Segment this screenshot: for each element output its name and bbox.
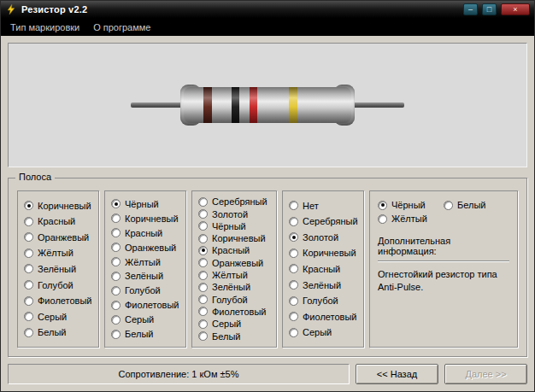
radio-option[interactable]: Голубой [289,295,357,306]
radio-option[interactable]: Зелёный [111,271,179,281]
menu-item-marking-type[interactable]: Тип маркировки [6,20,84,34]
radio-icon [289,249,298,258]
window-title: Резистор v2.2 [21,4,459,15]
radio-option[interactable]: Золотой [289,232,357,243]
radio-option[interactable]: Чёрный [378,198,444,212]
radio-option[interactable]: Чёрный [111,199,179,209]
radio-option[interactable]: Зелёный [289,280,357,290]
radio-label: Серый [38,312,67,322]
radio-option[interactable]: Жёлтый [24,248,92,258]
radio-option[interactable]: Коричневый [198,233,270,243]
radio-option[interactable]: Серый [289,327,357,337]
radio-option[interactable]: Коричневый [24,201,92,211]
radio-option[interactable]: Нет [289,201,357,211]
radio-option[interactable]: Оранжевый [111,243,179,253]
brown-band [203,87,212,123]
radio-option[interactable]: Красный [111,228,179,238]
radio-option[interactable]: Красный [289,264,357,274]
radio-icon [111,214,121,223]
gold-band [289,87,297,123]
radio-option[interactable]: Серебряный [289,216,357,226]
band-column-extra: ЧёрныйБелыйЖёлтый [378,198,509,225]
radio-label: Серый [125,314,154,325]
radio-option[interactable]: Голубой [24,280,92,290]
band-groupbox: Полоса КоричневыйКрасныйОранжевыйЖёлтыйЗ… [8,178,527,357]
radio-icon [198,307,208,316]
radio-option[interactable]: Оранжевый [198,258,270,268]
radio-option[interactable]: Серый [198,319,270,329]
client-area: Полоса КоричневыйКрасныйОранжевыйЖёлтыйЗ… [1,36,534,391]
radio-icon [198,234,208,243]
red-band [250,87,257,123]
radio-label: Оранжевый [212,258,263,268]
band-column-first-digit: КоричневыйКрасныйОранжевыйЖёлтыйЗелёныйГ… [17,190,99,348]
radio-option[interactable]: Красный [24,216,92,226]
minimize-button[interactable]: – [463,3,478,15]
radio-option[interactable]: Оранжевый [24,232,92,243]
band-columns: КоричневыйКрасныйОранжевыйЖёлтыйЗелёныйГ… [9,178,526,356]
radio-option[interactable]: Белый [444,198,509,212]
radio-icon [198,331,208,341]
app-window: Резистор v2.2 – □ × Тип маркировки О про… [0,0,535,392]
radio-option[interactable]: Серый [24,312,92,322]
menu-item-about[interactable]: О программе [89,20,155,34]
radio-label: Зелёный [125,271,163,281]
menubar: Тип маркировки О программе [1,18,534,36]
radio-option[interactable]: Голубой [111,285,179,295]
radio-label: Жёлтый [391,214,427,224]
radio-label: Золотой [212,209,248,219]
radio-label: Золотой [303,232,338,243]
maximize-button[interactable]: □ [482,3,497,15]
radio-option[interactable]: Фиолетовый [111,300,179,310]
radio-option[interactable]: Зелёный [24,264,92,274]
radio-label: Чёрный [125,199,159,209]
next-button[interactable]: Далее >> [444,364,527,384]
radio-option[interactable]: Фиолетовый [198,307,270,317]
radio-option[interactable]: Жёлтый [111,257,179,267]
radio-label: Серебряный [303,216,358,226]
radio-icon [24,296,33,306]
close-button[interactable]: × [501,3,530,15]
radio-icon [198,246,208,255]
radio-option[interactable]: Фиолетовый [289,312,357,322]
radio-option[interactable]: Красный [198,245,270,255]
radio-option[interactable]: Чёрный [198,221,270,231]
radio-label: Красный [303,264,340,274]
radio-icon [111,272,121,281]
radio-icon [198,197,208,207]
radio-label: Коричневый [212,233,266,243]
radio-option[interactable]: Жёлтый [198,270,270,280]
radio-option[interactable]: Фиолетовый [24,295,92,306]
radio-label: Фиолетовый [38,295,91,306]
radio-option[interactable]: Зелёный [198,282,270,292]
radio-icon [111,243,121,252]
radio-option[interactable]: Серебряный [198,196,270,207]
radio-icon [198,258,208,267]
radio-option[interactable]: Белый [198,331,270,342]
radio-label: Чёрный [391,200,426,210]
radio-option[interactable]: Коричневый [111,214,179,224]
radio-label: Красный [212,245,250,255]
radio-icon [198,271,208,280]
radio-option[interactable]: Золотой [198,209,270,219]
back-button[interactable]: << Назад [356,364,438,384]
radio-option[interactable]: Белый [24,327,92,337]
radio-option[interactable]: Белый [111,329,179,339]
radio-label: Белый [212,331,240,342]
radio-icon [289,264,298,273]
radio-label: Голубой [303,295,338,306]
radio-option[interactable]: Серый [111,314,179,325]
radio-option[interactable]: Жёлтый [378,212,444,225]
radio-option[interactable]: Коричневый [289,248,357,258]
radio-icon [24,232,33,242]
radio-label: Красный [125,228,162,238]
radio-icon [111,228,121,237]
radio-icon [111,286,121,295]
band-column-tolerance: НетСеребряныйЗолотойКоричневыйКрасныйЗел… [282,190,364,348]
footer: Сопротивление: 1 кОм ±5% << Назад Далее … [8,364,527,384]
radio-label: Нет [303,201,319,211]
radio-icon [198,295,208,304]
radio-icon [24,328,33,337]
radio-icon [24,264,33,273]
radio-option[interactable]: Голубой [198,295,270,305]
